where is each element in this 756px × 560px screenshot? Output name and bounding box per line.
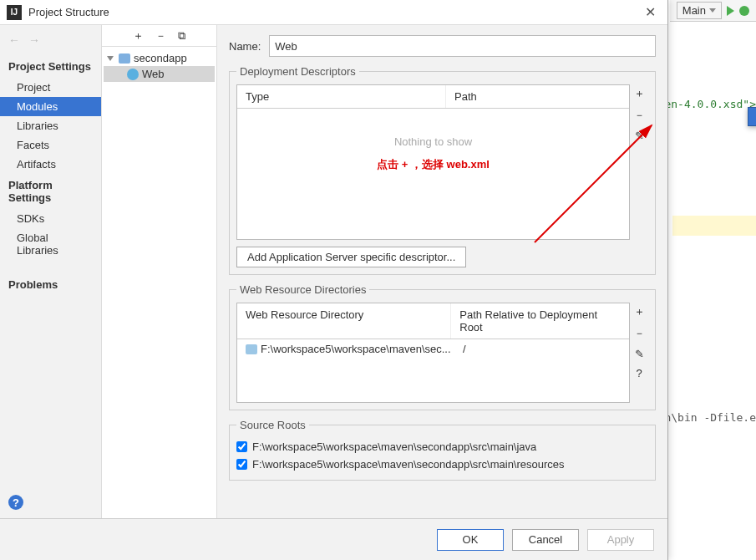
project-settings-header: Project Settings (0, 55, 101, 78)
deployment-descriptors-table: Type Path Nothing to show 点击 + ，选择 web.x… (236, 84, 630, 240)
close-icon[interactable]: ✕ (640, 4, 661, 20)
tree-label-web: Web (142, 68, 165, 80)
run-config-selector[interactable]: Main (677, 2, 722, 19)
source-root-path: F:\workspace5\workspace\maven\secondapp\… (252, 440, 536, 453)
descriptor-popup-menu[interactable]: 1 web.xml (748, 107, 756, 126)
wr-dir-value: F:\workspace5\workspace\maven\sec... (261, 343, 451, 355)
help-wr-icon[interactable]: ? (636, 367, 642, 379)
editor-text-xsd: en-4.0.0.xsd"> (664, 98, 756, 110)
src-legend: Source Roots (236, 419, 309, 431)
ok-button[interactable]: OK (437, 529, 504, 551)
platform-settings-header: Platform Settings (0, 174, 101, 209)
ide-top-toolbar: Main (670, 0, 756, 22)
facet-settings-panel: Name: Deployment Descriptors Type Path N… (217, 25, 667, 518)
forward-arrow-icon[interactable]: → (28, 33, 40, 47)
remove-module-icon[interactable]: － (155, 28, 166, 43)
help-icon[interactable]: ? (8, 495, 23, 510)
debug-icon[interactable] (739, 6, 749, 16)
intellij-icon: IJ (7, 5, 22, 20)
tree-node-secondapp[interactable]: secondapp (104, 50, 215, 66)
source-root-checkbox[interactable] (236, 441, 247, 452)
source-root-item[interactable]: F:\workspace5\workspace\maven\secondapp\… (236, 456, 648, 473)
sidebar-item-sdks[interactable]: SDKs (0, 209, 101, 228)
sidebar-item-facets[interactable]: Facets (0, 135, 101, 155)
table-row[interactable]: F:\workspace5\workspace\maven\sec... / (237, 339, 629, 359)
expand-caret-icon (107, 56, 114, 61)
web-facet-icon (127, 69, 139, 80)
sidebar-item-project[interactable]: Project (0, 78, 101, 97)
add-descriptor-icon[interactable]: ＋ (634, 86, 645, 101)
apply-button: Apply (587, 529, 654, 551)
source-root-path: F:\workspace5\workspace\maven\secondapp\… (252, 458, 565, 471)
source-roots-group: Source Roots F:\workspace5\workspace\mav… (229, 419, 656, 481)
sidebar-item-problems[interactable]: Problems (0, 275, 101, 294)
source-root-checkbox[interactable] (236, 459, 247, 470)
run-icon[interactable] (727, 6, 734, 16)
module-tree-panel: ＋ － ⧉ secondapp Web (102, 25, 217, 518)
dialog-button-bar: OK Cancel Apply (0, 518, 667, 560)
web-resource-table: Web Resource Directory Path Relative to … (236, 303, 630, 403)
editor-highlight-strip (672, 216, 756, 236)
sidebar-item-libraries[interactable]: Libraries (0, 116, 101, 135)
edit-descriptor-icon[interactable]: ✎ (635, 130, 644, 142)
dialog-title: Project Structure (28, 6, 640, 18)
wr-col-dir: Web Resource Directory (237, 303, 451, 339)
deployment-descriptors-group: Deployment Descriptors Type Path Nothing… (229, 65, 656, 275)
add-server-descriptor-button[interactable]: Add Application Server specific descript… (236, 247, 466, 267)
remove-descriptor-icon[interactable]: － (634, 108, 645, 123)
dialog-titlebar: IJ Project Structure ✕ (0, 0, 667, 25)
edit-wr-icon[interactable]: ✎ (635, 348, 644, 360)
sidebar-item-modules[interactable]: Modules (0, 97, 101, 116)
nothing-to-show-label: Nothing to show (237, 135, 629, 148)
web-resource-directories-group: Web Resource Directories Web Resource Di… (229, 283, 656, 410)
name-label: Name: (229, 40, 261, 53)
chevron-down-icon (709, 8, 716, 13)
deployment-legend: Deployment Descriptors (236, 65, 359, 78)
tree-node-web[interactable]: Web (104, 66, 215, 82)
wr-legend: Web Resource Directories (236, 283, 369, 296)
project-structure-dialog: IJ Project Structure ✕ ← → Project Setti… (0, 0, 668, 560)
tree-label-root: secondapp (134, 52, 187, 64)
sidebar-item-artifacts[interactable]: Artifacts (0, 155, 101, 174)
wr-col-path: Path Relative to Deployment Root (451, 303, 629, 339)
run-config-label: Main (682, 4, 706, 17)
copy-module-icon[interactable]: ⧉ (178, 29, 185, 43)
back-arrow-icon[interactable]: ← (8, 33, 20, 47)
sidebar-item-global-libraries[interactable]: Global Libraries (0, 228, 101, 260)
editor-text-cmd: in\bin -Dfile.e (658, 411, 756, 424)
module-folder-icon (119, 53, 130, 64)
desc-col-type: Type (237, 85, 446, 108)
settings-sidebar: ← → Project Settings Project Modules Lib… (0, 25, 102, 518)
wr-path-value: / (463, 343, 466, 355)
source-root-item[interactable]: F:\workspace5\workspace\maven\secondapp\… (236, 438, 648, 456)
name-input[interactable] (269, 35, 656, 57)
add-module-icon[interactable]: ＋ (133, 28, 144, 43)
add-wr-icon[interactable]: ＋ (634, 304, 645, 319)
user-annotation-text: 点击 + ，选择 web.xml (237, 157, 629, 172)
folder-icon (246, 344, 257, 354)
desc-col-path: Path (446, 85, 485, 108)
remove-wr-icon[interactable]: － (634, 326, 645, 341)
cancel-button[interactable]: Cancel (512, 529, 579, 551)
